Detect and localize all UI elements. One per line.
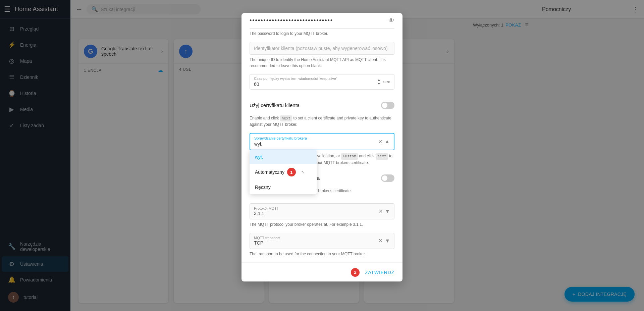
client-id-placeholder: Identyfikator klienta (pozostaw puste, a… [254,46,387,51]
password-row: •••••••••••••••••••••••••••••• 👁 [250,13,394,29]
broker-cert-label: Sprawdzanie certyfikatu brokera [254,136,378,140]
broker-cert-select[interactable]: Sprawdzanie certyfikatu brokera wył. ✕ ▲ [250,133,394,150]
keep-alive-row: Czas pomiędzy wysłaniem wiadomości 'keep… [250,74,394,90]
broker-cert-value: wył. [254,141,262,147]
dialog: •••••••••••••••••••••••••••••• 👁 The pas… [241,13,402,281]
cursor-hint: ↖ [301,170,305,174]
protocol-clear-icon[interactable]: ✕ [378,208,383,214]
eye-icon[interactable]: 👁 [388,17,394,24]
password-field[interactable]: •••••••••••••••••••••••••••••• [250,17,388,24]
keep-alive-value: 60 [254,82,259,87]
use-cert-toggle[interactable] [381,102,394,109]
broker-cert-container: Sprawdzanie certyfikatu brokera wył. ✕ ▲… [250,133,394,150]
ignore-cert-toggle[interactable] [381,174,394,182]
protocol-select-row: Protokół MQTT 3.1.1 ✕ ▼ [250,203,394,219]
protocol-label: Protokół MQTT [254,206,378,210]
protocol-hint: The MQTT protocol your broker operates a… [250,221,394,227]
transport-label: MQTT transport [254,236,378,240]
use-cert-toggle-row: Użyj certyfikatu klienta [250,97,394,114]
keep-alive-stepper[interactable]: ▲ ▼ [377,78,381,86]
dialog-footer: 2 ZATWIERDŹ [241,262,402,281]
protocol-value: 3.1.1 [254,211,264,216]
use-cert-label: Użyj certyfikatu klienta [250,102,300,108]
dropdown-item-reczny[interactable]: Ręczny [250,180,317,194]
client-id-hint: The unique ID to identify the Home Assis… [250,57,394,69]
stepper-up-icon[interactable]: ▲ [377,78,381,82]
keep-alive-label: Czas pomiędzy wysłaniem wiadomości 'keep… [254,76,377,81]
select-icons: ✕ ▲ [378,139,390,145]
step2-badge: 2 [351,268,360,277]
transport-hint: The transport to be used for the connect… [250,251,394,257]
stepper-down-icon[interactable]: ▼ [377,82,381,86]
transport-expand-icon[interactable]: ▼ [385,238,390,244]
client-id-field[interactable]: Identyfikator klienta (pozostaw puste, a… [250,42,394,55]
keep-alive-unit: sec [383,79,390,84]
use-cert-hint: Enable and click next to set a client ce… [250,115,394,128]
password-hint: The password to login to your MQTT broke… [250,31,394,37]
confirm-area: 2 ZATWIERDŹ [351,268,394,277]
step1-badge: 1 [287,168,296,176]
transport-clear-icon[interactable]: ✕ [378,238,383,244]
transport-icons: ✕ ▼ [378,238,390,244]
dropdown-item-automatyczny[interactable]: Automatyczny 1 ↖ [250,164,317,180]
dropdown-item-wyl[interactable]: wył. [250,150,317,164]
select-clear-icon[interactable]: ✕ [378,139,382,145]
select-expand-icon[interactable]: ▲ [384,139,390,145]
dropdown-menu: wył. Automatyczny 1 ↖ Ręczny [250,150,317,194]
protocol-expand-icon[interactable]: ▼ [385,208,390,214]
transport-select-row: MQTT transport TCP ✕ ▼ [250,233,394,249]
transport-value: TCP [254,240,263,246]
dialog-content: •••••••••••••••••••••••••••••• 👁 The pas… [241,13,402,257]
confirm-button[interactable]: ZATWIERDŹ [365,270,394,275]
automatyczny-label: Automatyczny [255,169,284,175]
protocol-icons: ✕ ▼ [378,208,390,214]
